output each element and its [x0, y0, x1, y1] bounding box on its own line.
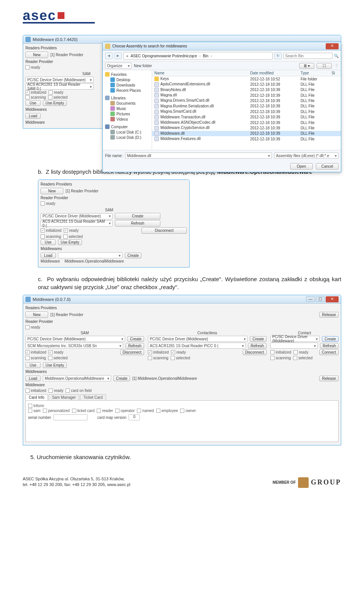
- open-button[interactable]: Open: [290, 163, 313, 170]
- new-button[interactable]: New: [25, 52, 48, 58]
- col-type[interactable]: Type: [298, 70, 329, 76]
- reader-dropdown-ct[interactable]: [270, 343, 318, 349]
- tree-ddrive[interactable]: Local Disk (D:): [104, 135, 150, 140]
- view-button[interactable]: ≣ ▾: [299, 63, 314, 69]
- scanning-checkbox[interactable]: scanning: [25, 356, 46, 360]
- load-button[interactable]: Load: [41, 253, 56, 258]
- col-name[interactable]: Name: [152, 70, 248, 76]
- selected-checkbox[interactable]: selected: [48, 356, 67, 360]
- create-button-cl[interactable]: Create: [250, 336, 267, 342]
- ready-checkbox[interactable]: ready: [49, 389, 63, 393]
- selected-checkbox[interactable]: selected: [171, 356, 190, 360]
- refresh-button[interactable]: Refresh: [115, 220, 160, 227]
- inform-checkbox[interactable]: Inform: [28, 404, 44, 408]
- initialized-checkbox[interactable]: initialized: [25, 389, 46, 393]
- card-on-field-checkbox[interactable]: card on field: [66, 389, 91, 393]
- selected-checkbox[interactable]: selected: [63, 234, 83, 239]
- driver-dropdown[interactable]: PC/SC Device Driver (Middleware): [41, 213, 113, 219]
- serial-number-input[interactable]: [53, 414, 88, 420]
- release-button[interactable]: Release: [319, 312, 339, 318]
- create-button-2[interactable]: Create: [125, 253, 141, 258]
- refresh-button-cl[interactable]: Refresh: [248, 343, 267, 349]
- tab-card-info[interactable]: Card Info: [25, 394, 48, 400]
- minimize-button[interactable]: —: [306, 296, 315, 302]
- file-row[interactable]: Magna.Runtime.Serialization.dll2012-12-1…: [152, 104, 341, 109]
- tree-recent[interactable]: Recent Places: [104, 88, 150, 93]
- driver-dropdown-cl[interactable]: PC/SC Device Driver (Middleware): [148, 336, 248, 342]
- file-list[interactable]: Name Date modified Type Si Keys2012-12-1…: [152, 70, 341, 150]
- scanning-checkbox[interactable]: scanning: [25, 95, 46, 99]
- col-date[interactable]: Date modified: [248, 70, 298, 76]
- driver-dropdown-sam[interactable]: PC/SC Device Driver (Middleware): [25, 336, 125, 342]
- forward-button[interactable]: ►: [114, 52, 122, 59]
- file-row[interactable]: Middleware.Features.dll2012-12-18 10:39D…: [152, 136, 341, 142]
- file-row[interactable]: Magna.SmartCard.dll2012-12-18 10:39DLL F…: [152, 109, 341, 114]
- sam-checkbox[interactable]: sam: [28, 409, 41, 413]
- reader-dropdown[interactable]: ACS ACR1281 1S Dual Reader SAM 0 (: [25, 83, 94, 90]
- ready-checkbox[interactable]: ready: [25, 325, 40, 329]
- breadcrumb[interactable]: «ASEC Oprogramowanie Pośredniczące›Bin›: [123, 52, 273, 60]
- named-checkbox[interactable]: named: [137, 409, 154, 413]
- load-button[interactable]: Load: [25, 113, 41, 119]
- load-button[interactable]: Load: [25, 376, 41, 381]
- file-row[interactable]: Middleware.ASNObjectCodec.dll2012-12-18 …: [152, 120, 341, 125]
- close-button[interactable]: ✕: [326, 43, 339, 49]
- tree-libraries[interactable]: Libraries: [104, 95, 150, 101]
- refresh-button-sam[interactable]: Refresh: [126, 343, 144, 349]
- file-row[interactable]: ApduCommandExtensions.dll2012-12-18 10:3…: [152, 82, 341, 87]
- file-row[interactable]: Keys2012-12-18 10:52File folder: [152, 76, 341, 82]
- help-icon[interactable]: ❔: [334, 64, 339, 68]
- use-empty-button[interactable]: Use Empty: [43, 100, 67, 106]
- tree-pictures[interactable]: Pictures: [104, 111, 150, 116]
- file-row[interactable]: Middleware.Transaction.dll2012-12-18 10:…: [152, 115, 341, 120]
- employee-checkbox[interactable]: employee: [156, 409, 178, 413]
- tab-sam-manager[interactable]: Sam Manager: [49, 394, 79, 400]
- owner-checkbox[interactable]: owner: [180, 409, 196, 413]
- new-button[interactable]: New: [41, 188, 63, 194]
- file-row[interactable]: Magna.dll2012-12-18 10:39DLL File: [152, 93, 341, 98]
- create-button-mw[interactable]: Create: [113, 376, 130, 381]
- search-input[interactable]: [283, 53, 333, 59]
- create-button[interactable]: Create: [115, 213, 160, 219]
- selected-checkbox[interactable]: selected: [48, 95, 67, 99]
- middleware-dropdown[interactable]: Middleware.OperationalMiddleware: [43, 375, 111, 381]
- tree-downloads[interactable]: Downloads: [104, 82, 150, 88]
- tree-videos[interactable]: Videos: [104, 116, 150, 122]
- filename-input[interactable]: Middleware.dll: [125, 153, 272, 159]
- connect-button-ct[interactable]: Connect: [319, 349, 339, 355]
- new-button[interactable]: New: [25, 311, 48, 318]
- scanning-checkbox[interactable]: scanning: [148, 356, 168, 360]
- cancel-button[interactable]: Cancel: [316, 163, 339, 170]
- disconnect-button-cl[interactable]: Disconnect: [243, 349, 267, 355]
- tree-documents[interactable]: Documents: [104, 101, 150, 106]
- file-row[interactable]: Magna.Drivers.SmartCard.dll2012-12-18 10…: [152, 98, 341, 103]
- tree-favorites[interactable]: Favorites: [104, 72, 150, 77]
- col-size[interactable]: Si: [329, 70, 341, 76]
- folder-tree[interactable]: Favorites Desktop Downloads Recent Place…: [103, 70, 152, 150]
- use-empty-button[interactable]: Use Empty: [43, 362, 67, 368]
- middleware-dropdown[interactable]: [58, 252, 122, 258]
- file-row[interactable]: BinaryNotes.dll2012-12-18 10:39DLL File: [152, 87, 341, 93]
- ticket-card-checkbox[interactable]: ticket card: [72, 409, 95, 413]
- ready-checkbox[interactable]: ready: [41, 201, 55, 206]
- close-button[interactable]: ✕: [326, 296, 339, 302]
- refresh-button[interactable]: ↻: [274, 52, 282, 59]
- driver-dropdown-ct[interactable]: PC/SC Device Driver (Middleware): [270, 336, 320, 342]
- preview-button[interactable]: ☐: [317, 63, 332, 69]
- filter-dropdown[interactable]: Assembly files (dll,exe) (*.dll;*.e: [274, 153, 339, 159]
- tree-computer[interactable]: Computer: [104, 124, 150, 129]
- use-empty-button[interactable]: Use Empty: [58, 239, 82, 245]
- use-button[interactable]: Use: [25, 362, 41, 368]
- release-button-2[interactable]: Release: [319, 376, 339, 381]
- tree-cdrive[interactable]: Local Disk (C:): [104, 129, 150, 135]
- scanning-checkbox[interactable]: scanning: [41, 234, 61, 239]
- selected-checkbox[interactable]: selected: [293, 356, 312, 360]
- tree-music[interactable]: Music: [104, 106, 150, 111]
- use-button[interactable]: Use: [41, 239, 56, 245]
- organize-dropdown[interactable]: Organize: [105, 63, 132, 69]
- create-button-ct[interactable]: Create: [322, 336, 339, 342]
- use-button[interactable]: Use: [25, 100, 41, 106]
- maximize-button[interactable]: ☐: [316, 296, 325, 302]
- driver-dropdown[interactable]: PC/SC Device Driver (Middleware): [25, 77, 94, 83]
- reader-dropdown[interactable]: ACS ACR1281 1S Dual Reader SAM 0 (: [41, 220, 113, 227]
